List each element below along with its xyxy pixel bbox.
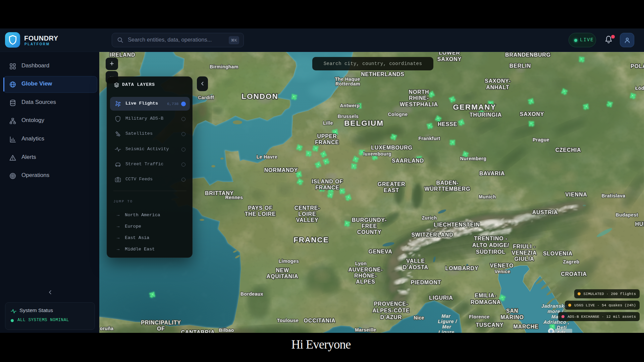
svg-text:Ligure: Ligure <box>438 329 454 333</box>
svg-text:VALLEY: VALLEY <box>296 217 319 223</box>
svg-text:NORTH: NORTH <box>409 89 429 95</box>
svg-text:Bratislava: Bratislava <box>602 193 626 198</box>
svg-text:SLOVENIA: SLOVENIA <box>543 251 573 256</box>
svg-text:FREE: FREE <box>362 223 377 229</box>
svg-text:WESTPHALIA: WESTPHALIA <box>400 102 438 107</box>
svg-text:OCCITANIA: OCCITANIA <box>304 318 336 323</box>
svg-text:Lyon: Lyon <box>355 261 367 266</box>
svg-text:VENEZIA: VENEZIA <box>512 250 537 256</box>
svg-text:Florence: Florence <box>469 314 490 319</box>
svg-text:VALLE: VALLE <box>406 258 425 264</box>
svg-text:SAXONY: SAXONY <box>437 56 462 62</box>
svg-text:MARINO: MARINO <box>500 314 524 320</box>
svg-text:PAYS OF: PAYS OF <box>248 205 272 211</box>
svg-text:FRANCE: FRANCE <box>315 139 339 145</box>
svg-text:Ligure /: Ligure / <box>438 319 458 324</box>
svg-text:Brussels: Brussels <box>338 114 359 119</box>
svg-text:CANTABRIA: CANTABRIA <box>181 329 215 333</box>
svg-text:POLAN: POLAN <box>631 63 644 69</box>
svg-text:LOWER: LOWER <box>439 52 460 56</box>
svg-text:CZECHIA: CZECHIA <box>555 147 581 153</box>
svg-text:Nice: Nice <box>414 315 424 320</box>
svg-text:Cologne: Cologne <box>388 112 408 117</box>
svg-text:BAVARIA: BAVARIA <box>479 171 505 176</box>
svg-text:AQUITANIA: AQUITANIA <box>267 274 299 279</box>
svg-text:Zurich: Zurich <box>422 215 437 221</box>
svg-text:luxembourg: luxembourg <box>363 151 391 157</box>
svg-text:IRELAND: IRELAND <box>110 52 136 58</box>
svg-text:Le Havre: Le Havre <box>257 154 277 160</box>
svg-text:FRIULI -: FRIULI - <box>513 244 536 249</box>
svg-text:ALPES: ALPES <box>356 279 375 285</box>
svg-text:Limoges: Limoges <box>279 258 299 264</box>
svg-text:SÜDTIROL: SÜDTIROL <box>476 249 505 255</box>
svg-text:SAXONY-: SAXONY- <box>485 78 511 84</box>
svg-text:BRANDENBURG: BRANDENBURG <box>505 52 551 58</box>
svg-text:RHINE-: RHINE- <box>409 95 429 101</box>
svg-text:Nuremberg: Nuremberg <box>460 156 486 161</box>
svg-text:LONDON: LONDON <box>241 92 278 101</box>
svg-text:Munich: Munich <box>479 194 496 199</box>
svg-text:BADEN-: BADEN- <box>436 180 459 186</box>
svg-text:TRENTINO -: TRENTINO - <box>474 236 507 241</box>
svg-text:THURINGIA: THURINGIA <box>470 112 502 118</box>
svg-text:PIEDMONT: PIEDMONT <box>411 280 441 285</box>
svg-text:oruña: oruña <box>100 326 114 331</box>
svg-text:SAN: SAN <box>506 308 518 314</box>
svg-text:Toulouse: Toulouse <box>277 318 299 323</box>
svg-text:TUSCANY: TUSCANY <box>476 322 504 328</box>
svg-text:Lille: Lille <box>323 120 333 126</box>
svg-text:BURGUNDY-: BURGUNDY- <box>352 217 387 223</box>
svg-text:Mer: Mer <box>442 324 451 329</box>
svg-text:Łódź: Łódź <box>635 85 644 91</box>
svg-text:NORMANDY: NORMANDY <box>264 167 298 173</box>
svg-text:D'AZUR: D'AZUR <box>380 314 402 320</box>
svg-text:FRANCE: FRANCE <box>315 185 339 190</box>
svg-text:UPPER: UPPER <box>317 133 337 139</box>
svg-text:Jadransko: Jadransko <box>541 303 568 309</box>
svg-text:ANHALT: ANHALT <box>486 84 509 90</box>
svg-text:CENTRE-: CENTRE- <box>294 205 320 211</box>
svg-text:GREATER: GREATER <box>378 181 406 187</box>
svg-text:EMILIA-: EMILIA- <box>475 293 496 298</box>
svg-text:LOIRE: LOIRE <box>299 211 316 217</box>
svg-text:Birmingham: Birmingham <box>210 64 238 69</box>
svg-text:SAXONY: SAXONY <box>520 111 544 117</box>
svg-text:VENETO: VENETO <box>490 263 514 268</box>
svg-text:Prague: Prague <box>533 137 549 142</box>
svg-text:GIULIA: GIULIA <box>514 256 534 262</box>
svg-text:HESSE: HESSE <box>438 121 457 127</box>
svg-text:SWITZERLAND: SWITZERLAND <box>411 232 453 238</box>
svg-text:BELGIUM: BELGIUM <box>344 119 384 127</box>
svg-text:COUNTY: COUNTY <box>357 229 381 235</box>
svg-text:NETHERLANDS: NETHERLANDS <box>361 71 405 77</box>
svg-text:RHÔNE-: RHÔNE- <box>354 273 377 279</box>
svg-text:GERMANY: GERMANY <box>453 103 496 111</box>
svg-text:LIECHTENSTEIN: LIECHTENSTEIN <box>434 222 480 228</box>
svg-text:HUN: HUN <box>635 221 644 227</box>
svg-text:Venice: Venice <box>495 269 511 274</box>
svg-text:PRINCIPALITY: PRINCIPALITY <box>141 320 181 325</box>
svg-text:EAST: EAST <box>384 187 399 193</box>
svg-text:ALPES-CÔTE: ALPES-CÔTE <box>372 307 410 313</box>
svg-text:ROMAGNA: ROMAGNA <box>471 299 501 305</box>
svg-text:Frankfurt: Frankfurt <box>418 136 440 141</box>
svg-text:Mar: Mar <box>441 313 451 319</box>
svg-text:OF: OF <box>157 326 165 331</box>
svg-text:SAARLAND: SAARLAND <box>392 158 424 164</box>
svg-text:Budapest: Budapest <box>616 212 638 218</box>
svg-text:ISLAND OF: ISLAND OF <box>312 179 343 184</box>
svg-text:LOMBARDY: LOMBARDY <box>445 265 479 271</box>
svg-text:AUVERGNE-: AUVERGNE- <box>348 267 383 273</box>
svg-text:Antwerp: Antwerp <box>340 103 360 108</box>
svg-text:Rennes: Rennes <box>225 195 243 200</box>
svg-text:VIENNA: VIENNA <box>565 192 587 197</box>
svg-text:LIGURIA: LIGURIA <box>429 295 453 301</box>
svg-text:AUSTRIA: AUSTRIA <box>532 209 558 215</box>
svg-text:LUXEMBOURG: LUXEMBOURG <box>371 145 413 150</box>
svg-text:Rotterdam: Rotterdam <box>335 81 360 86</box>
svg-text:D'AOSTA: D'AOSTA <box>403 264 428 270</box>
svg-text:Bilbao: Bilbao <box>219 327 234 333</box>
svg-text:CROATIA: CROATIA <box>561 271 587 277</box>
svg-text:ALTO ADIGE/: ALTO ADIGE/ <box>472 242 509 248</box>
